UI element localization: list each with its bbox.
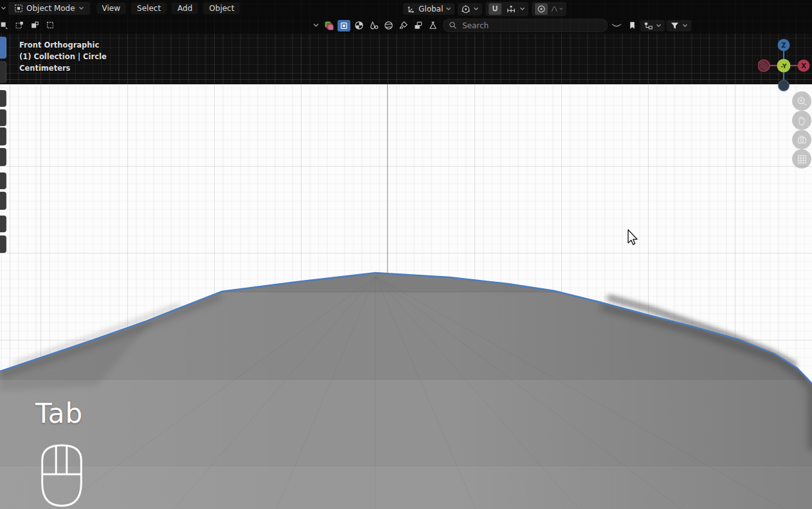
object-properties-tab-active[interactable] (338, 20, 350, 32)
tool-settings-header (0, 17, 812, 33)
tool-button[interactable] (0, 61, 6, 83)
orientation-axes-icon (406, 5, 416, 14)
bookmark-button[interactable] (626, 20, 638, 32)
snap-toggle[interactable] (489, 3, 501, 15)
proportional-edit-group (532, 2, 566, 16)
chevron-down-icon (519, 7, 525, 11)
select-extend-mode[interactable] (13, 19, 26, 31)
mesh-shading (0, 273, 812, 509)
axis-x-ball[interactable]: X (798, 60, 810, 72)
chevron-down-icon (656, 24, 662, 28)
active-tool-button[interactable] (0, 37, 6, 59)
chevron-down-icon (473, 7, 479, 11)
proportional-edit-icon (537, 5, 546, 14)
fluid-tab[interactable] (367, 20, 380, 32)
camera-view-button[interactable] (792, 130, 811, 149)
menu-object[interactable]: Object (203, 3, 240, 14)
units-text: Centimeters (19, 62, 107, 74)
menu-label: Object (209, 5, 234, 12)
falloff-curve-icon (550, 5, 559, 14)
mesh-object[interactable] (0, 0, 812, 509)
tool-button[interactable] (0, 236, 6, 253)
magnet-icon (491, 5, 500, 14)
world-globe-icon (384, 21, 393, 30)
tool-button[interactable] (0, 192, 6, 210)
brush-icon (399, 21, 408, 30)
zoom-magnifier-icon (797, 96, 807, 107)
menu-select[interactable]: Select (131, 3, 167, 14)
falloff-dropdown[interactable] (550, 3, 563, 15)
tool-button[interactable] (0, 216, 6, 232)
material-tab[interactable] (352, 20, 365, 32)
editor-type-chevron-icon[interactable] (1, 6, 6, 10)
viewport-header: Object Mode View Select Add Object Globa… (0, 0, 812, 17)
zoom-button[interactable] (792, 91, 811, 111)
search-field[interactable] (443, 19, 608, 32)
world-tab[interactable] (382, 20, 395, 32)
search-input[interactable] (461, 21, 602, 31)
object-mode-icon (14, 4, 23, 13)
stacked-boxes-icon (413, 21, 423, 30)
view-layers-icon (324, 21, 334, 31)
select-invert-mode[interactable] (44, 19, 57, 31)
chevron-down-icon (682, 24, 688, 28)
grid-icon (797, 154, 807, 165)
library-tab[interactable] (411, 20, 424, 32)
axis-neg-y-ball[interactable]: -Y (777, 59, 791, 73)
active-object-text: (1) Collection | Circle (19, 51, 107, 62)
axis-z-ball[interactable]: Z (778, 39, 790, 51)
editor-type-chevron-icon[interactable] (312, 23, 320, 28)
axis-neg-x-ball[interactable] (758, 60, 770, 71)
droplet-icon (369, 21, 379, 30)
menu-label: Add (177, 5, 192, 12)
pivot-point-dropdown[interactable] (458, 3, 482, 15)
view-name-text: Front Orthographic (19, 39, 107, 51)
tool-button[interactable] (0, 109, 6, 126)
pivot-point-icon (461, 5, 471, 14)
panel-collapse-chevron-icon[interactable] (611, 23, 622, 28)
snap-increment-icon (506, 5, 516, 14)
experimental-tab[interactable] (426, 20, 439, 32)
view-axis-gizmo[interactable]: Z X -Y (758, 37, 812, 91)
mode-dropdown[interactable]: Object Mode (8, 2, 90, 15)
brush-tab[interactable] (397, 20, 410, 32)
mouse-cursor (627, 229, 640, 247)
menu-view[interactable]: View (96, 3, 126, 14)
snap-with-dropdown[interactable] (504, 3, 517, 15)
flask-icon (428, 21, 438, 30)
axis-neg-z-ball[interactable] (779, 80, 789, 91)
screencast-key-label: Tab (35, 398, 83, 429)
chevron-down-icon (446, 7, 451, 11)
transform-orientation-dropdown[interactable]: Global (403, 3, 455, 15)
display-mode-dropdown[interactable] (640, 20, 665, 32)
chevron-down-icon (78, 6, 84, 10)
tool-button[interactable] (0, 148, 6, 166)
toggle-projection-button[interactable] (792, 149, 811, 169)
search-icon (449, 21, 457, 30)
blender-window: Object Mode View Select Add Object Globa… (0, 0, 812, 509)
object-square-icon (339, 21, 348, 30)
select-extend-icon (15, 21, 24, 30)
tree-list-icon (644, 21, 653, 30)
tool-button[interactable] (0, 90, 6, 107)
view-layer-tab[interactable] (323, 20, 336, 32)
pan-hand-icon (797, 115, 807, 125)
orientation-label: Global (419, 5, 443, 14)
snapping-group (485, 2, 528, 16)
tool-button[interactable] (0, 172, 6, 189)
select-subtract-mode[interactable] (28, 19, 41, 31)
pan-button[interactable] (792, 111, 811, 130)
menu-label: Select (137, 5, 161, 12)
filter-dropdown[interactable] (667, 20, 691, 32)
select-subtract-icon (30, 21, 39, 30)
mode-label: Object Mode (26, 5, 75, 12)
shading-sphere-icon (354, 21, 364, 30)
menu-add[interactable]: Add (172, 3, 198, 14)
screencast-mouse-icon (33, 441, 90, 509)
axis-x-label: X (801, 62, 806, 69)
proportional-edit-toggle[interactable] (535, 3, 548, 15)
select-set-mode[interactable] (0, 19, 10, 31)
tool-button[interactable] (0, 127, 6, 145)
menu-label: View (102, 5, 120, 12)
axis-neg-y-label: -Y (780, 62, 787, 69)
